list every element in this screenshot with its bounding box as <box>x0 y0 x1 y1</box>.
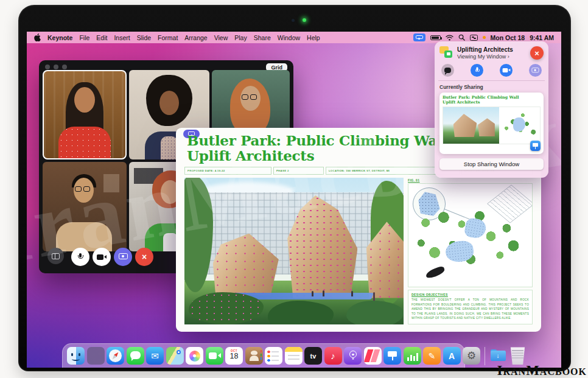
menu-insert[interactable]: Insert <box>114 34 130 41</box>
desktop-wallpaper: Grid <box>27 32 561 368</box>
camera-button[interactable] <box>93 248 111 266</box>
messages-button[interactable] <box>441 64 454 77</box>
dock-icon-system-preferences[interactable]: ⚙ <box>463 347 480 365</box>
calendar-day-label: 18 <box>225 352 243 360</box>
dock-icon-notes[interactable] <box>285 347 303 365</box>
site-plan-drawing <box>408 183 533 287</box>
dock-icon-podcasts[interactable] <box>344 347 362 365</box>
dock-icon-trash[interactable] <box>509 347 527 365</box>
popover-title: Uplifting Architects <box>457 46 513 54</box>
dock-icon-pages[interactable]: ✎ <box>423 347 441 365</box>
share-screen-button[interactable] <box>529 64 542 77</box>
dock-icon-calendar[interactable]: OCT 18 <box>225 347 243 365</box>
search-icon[interactable] <box>458 34 465 41</box>
mute-button[interactable] <box>71 248 89 266</box>
design-objectives-body: THE MIDWEST DOESN'T OFFER A TON OF MOUNT… <box>411 298 529 321</box>
menu-app-name[interactable]: Keynote <box>47 34 72 41</box>
dock-icon-keynote[interactable] <box>383 347 401 365</box>
dock-icon-app-store[interactable]: A <box>443 347 461 365</box>
dock-icon-maps[interactable] <box>166 347 184 365</box>
dock: ✉ OCT 18 tv ♪ ✎ A ⚙ ↓ <box>62 343 465 368</box>
dock-icon-photos[interactable] <box>186 347 203 365</box>
slide-title: Butler Park: Public Climbing Wall Uplift… <box>187 133 447 163</box>
dock-icon-safari[interactable] <box>107 347 124 365</box>
close-popover-button[interactable]: × <box>530 46 544 60</box>
menu-slide[interactable]: Slide <box>137 34 151 41</box>
menu-format[interactable]: Format <box>158 34 178 41</box>
menu-bar-time[interactable]: 9:41 AM <box>530 34 554 41</box>
shared-window-thumbnail[interactable]: Butler Park: Public Climbing Wall Uplift… <box>439 93 544 154</box>
shared-folder-icon <box>439 46 453 58</box>
info-phase: PHASE 2 <box>273 167 324 175</box>
dock-icon-news[interactable] <box>364 347 382 365</box>
apple-menu-icon[interactable] <box>34 33 41 41</box>
dock-icon-downloads[interactable]: ↓ <box>489 347 507 365</box>
menu-window[interactable]: Window <box>278 34 300 41</box>
end-call-button[interactable]: × <box>135 248 153 266</box>
figure-label: FIG. 01 <box>408 178 533 182</box>
camera-active-led <box>303 18 306 22</box>
thumbnail-photo <box>443 107 499 144</box>
window-traffic-lights[interactable] <box>45 65 67 69</box>
popover-action-row <box>439 60 544 80</box>
dock-icon-launchpad[interactable] <box>87 347 105 365</box>
menu-help[interactable]: Help <box>307 34 320 41</box>
menu-arrange[interactable]: Arrange <box>184 34 207 41</box>
dock-icon-reminders[interactable] <box>265 347 282 365</box>
video-camera-icon <box>97 254 107 260</box>
end-call-icon: × <box>142 253 147 261</box>
thumbnail-title: Butler Park: Public Climbing Wall Uplift… <box>443 96 541 105</box>
thumbnail-plan <box>499 107 540 144</box>
dock-icon-messages[interactable] <box>127 347 144 365</box>
dock-icon-tv[interactable]: tv <box>304 347 322 365</box>
dock-divider <box>485 347 486 365</box>
music-note-icon: ♪ <box>331 351 335 361</box>
screen-share-icon <box>532 68 539 74</box>
dock-icon-contacts[interactable] <box>245 347 263 365</box>
dock-icon-music[interactable]: ♪ <box>324 347 342 365</box>
microphone-icon <box>475 67 480 73</box>
screen-share-icon <box>119 253 128 261</box>
participant-tile-4[interactable] <box>43 162 127 251</box>
screen-sharing-popover: Uplifting Architects Viewing My Window ›… <box>435 41 548 178</box>
menu-view[interactable]: View <box>214 34 228 41</box>
recording-indicator-dot <box>483 36 486 39</box>
watermark-corner: IranMacbook <box>497 363 587 378</box>
video-camera-icon <box>502 68 510 72</box>
menu-file[interactable]: File <box>79 34 89 41</box>
dock-icon-facetime[interactable] <box>206 347 223 365</box>
menu-bar-date[interactable]: Mon Oct 18 <box>491 34 525 41</box>
design-objectives-heading: DESIGN OBJECTIVES <box>411 293 529 296</box>
screen-sharing-menu-icon[interactable] <box>413 33 425 41</box>
microphone-icon <box>77 253 83 261</box>
wifi-icon[interactable] <box>446 35 453 41</box>
download-arrow-icon: ↓ <box>497 352 500 359</box>
participant-tile-1[interactable] <box>43 70 127 159</box>
camera-button[interactable] <box>500 64 513 77</box>
tv-label: tv <box>310 352 317 360</box>
design-objectives-box: DESIGN OBJECTIVES THE MIDWEST DOESN'T OF… <box>408 290 533 324</box>
screenshot-stage: Grid <box>0 0 588 378</box>
keynote-app-icon <box>530 141 541 151</box>
mute-button[interactable] <box>471 64 483 77</box>
dock-icon-mail[interactable]: ✉ <box>146 347 164 365</box>
slide-rendering-image <box>184 178 404 324</box>
gear-icon: ⚙ <box>467 349 476 362</box>
share-screen-button[interactable] <box>114 248 132 266</box>
menu-play[interactable]: Play <box>234 34 247 41</box>
stop-sharing-window-button[interactable]: Stop Sharing Window <box>439 158 544 170</box>
info-proposed-date: PROPOSED DATE: 4.19.22 <box>184 167 271 175</box>
camera-lens <box>292 19 295 22</box>
dock-icon-numbers[interactable] <box>404 347 421 365</box>
battery-icon[interactable] <box>430 35 441 40</box>
popover-subtitle[interactable]: Viewing My Window › <box>457 54 513 60</box>
speech-bubble-icon <box>444 68 451 73</box>
menu-edit[interactable]: Edit <box>96 34 107 41</box>
sidebar-toggle-button[interactable] <box>47 248 64 264</box>
envelope-icon: ✉ <box>151 351 159 362</box>
app-store-label: A <box>449 351 455 361</box>
menu-share[interactable]: Share <box>254 34 271 41</box>
dock-icon-finder[interactable] <box>67 347 85 365</box>
control-center-icon[interactable] <box>470 35 478 41</box>
pen-icon: ✎ <box>429 351 436 361</box>
